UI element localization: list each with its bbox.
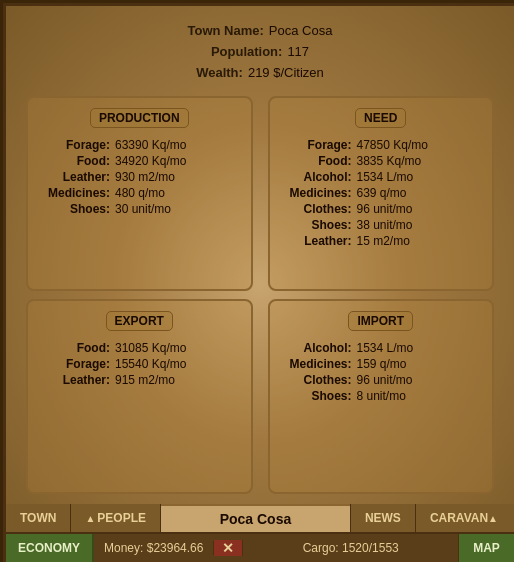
food-export-value: 31085 Kq/mo — [115, 341, 239, 355]
town-info: Town Name: Poca Cosa Population: 117 Wea… — [26, 21, 494, 83]
list-item: Clothes: 96 unit/mo — [282, 373, 481, 387]
nav-top-left: TOWN ▲ PEOPLE — [6, 504, 161, 532]
medicines-import-value: 159 q/mo — [357, 357, 481, 371]
shoes-import-label: Shoes: — [282, 389, 352, 403]
list-item: Forage: 63390 Kq/mo — [40, 138, 239, 152]
list-item: Food: 34920 Kq/mo — [40, 154, 239, 168]
list-item: Forage: 47850 Kq/mo — [282, 138, 481, 152]
forage-prod-value: 63390 Kq/mo — [115, 138, 239, 152]
export-panel: EXPORT Food: 31085 Kq/mo Forage: 15540 K… — [26, 299, 253, 494]
list-item: Forage: 15540 Kq/mo — [40, 357, 239, 371]
nav-bottom-row: ECONOMY Money: $23964.66 ✕ Cargo: 1520/1… — [6, 532, 514, 562]
close-button[interactable]: ✕ — [214, 540, 243, 556]
town-name-row: Town Name: Poca Cosa — [26, 21, 494, 42]
content-area: Town Name: Poca Cosa Population: 117 Wea… — [6, 6, 514, 504]
population-row: Population: 117 — [26, 42, 494, 63]
list-item: Leather: 930 m2/mo — [40, 170, 239, 184]
forage-export-label: Forage: — [40, 357, 110, 371]
forage-export-value: 15540 Kq/mo — [115, 357, 239, 371]
population-value: 117 — [287, 42, 309, 63]
cargo-value: Cargo: 1520/1553 — [303, 541, 399, 555]
people-arrow-icon: ▲ — [85, 513, 95, 524]
leather-prod-value: 930 m2/mo — [115, 170, 239, 184]
economy-button[interactable]: ECONOMY — [6, 534, 94, 562]
export-title: EXPORT — [106, 311, 173, 331]
export-items: Food: 31085 Kq/mo Forage: 15540 Kq/mo Le… — [40, 341, 239, 387]
need-items: Forage: 47850 Kq/mo Food: 3835 Kq/mo Alc… — [282, 138, 481, 248]
shoes-import-value: 8 unit/mo — [357, 389, 481, 403]
production-items: Forage: 63390 Kq/mo Food: 34920 Kq/mo Le… — [40, 138, 239, 216]
people-button[interactable]: ▲ PEOPLE — [71, 504, 161, 532]
list-item: Medicines: 159 q/mo — [282, 357, 481, 371]
leather-prod-label: Leather: — [40, 170, 110, 184]
caravan-button[interactable]: CARAVAN ▲ — [415, 504, 514, 532]
caravan-label: CARAVAN — [430, 511, 488, 525]
forage-need-label: Forage: — [282, 138, 352, 152]
app-container: Town Name: Poca Cosa Population: 117 Wea… — [3, 3, 514, 562]
town-button[interactable]: TOWN — [6, 504, 71, 532]
shoes-prod-label: Shoes: — [40, 202, 110, 216]
news-button[interactable]: NEWS — [350, 504, 415, 532]
list-item: Alcohol: 1534 L/mo — [282, 170, 481, 184]
bottom-panels-row: EXPORT Food: 31085 Kq/mo Forage: 15540 K… — [26, 299, 494, 494]
nav-center-title: Poca Cosa — [161, 504, 350, 532]
bottom-nav-bar: TOWN ▲ PEOPLE Poca Cosa NEWS CARAVAN ▲ — [6, 504, 514, 562]
forage-need-value: 47850 Kq/mo — [357, 138, 481, 152]
list-item: Shoes: 38 unit/mo — [282, 218, 481, 232]
medicines-need-label: Medicines: — [282, 186, 352, 200]
import-items: Alcohol: 1534 L/mo Medicines: 159 q/mo C… — [282, 341, 481, 403]
cargo-display: Cargo: 1520/1553 — [243, 534, 459, 562]
wealth-label: Wealth: — [196, 63, 243, 84]
list-item: Medicines: 480 q/mo — [40, 186, 239, 200]
money-value: Money: $23964.66 — [104, 541, 203, 555]
list-item: Shoes: 8 unit/mo — [282, 389, 481, 403]
map-button[interactable]: MAP — [459, 534, 514, 562]
food-need-label: Food: — [282, 154, 352, 168]
top-panels-row: PRODUCTION Forage: 63390 Kq/mo Food: 349… — [26, 96, 494, 291]
alcohol-need-value: 1534 L/mo — [357, 170, 481, 184]
alcohol-import-value: 1534 L/mo — [357, 341, 481, 355]
list-item: Food: 31085 Kq/mo — [40, 341, 239, 355]
list-item: Alcohol: 1534 L/mo — [282, 341, 481, 355]
clothes-need-label: Clothes: — [282, 202, 352, 216]
food-export-label: Food: — [40, 341, 110, 355]
medicines-prod-label: Medicines: — [40, 186, 110, 200]
town-name-value: Poca Cosa — [269, 21, 333, 42]
list-item: Leather: 915 m2/mo — [40, 373, 239, 387]
clothes-import-label: Clothes: — [282, 373, 352, 387]
food-prod-value: 34920 Kq/mo — [115, 154, 239, 168]
clothes-import-value: 96 unit/mo — [357, 373, 481, 387]
center-town-name: Poca Cosa — [220, 511, 292, 527]
shoes-need-value: 38 unit/mo — [357, 218, 481, 232]
medicines-import-label: Medicines: — [282, 357, 352, 371]
close-icon: ✕ — [222, 540, 234, 556]
need-panel: NEED Forage: 47850 Kq/mo Food: 3835 Kq/m… — [268, 96, 495, 291]
medicines-prod-value: 480 q/mo — [115, 186, 239, 200]
need-title: NEED — [355, 108, 406, 128]
medicines-need-value: 639 q/mo — [357, 186, 481, 200]
list-item: Shoes: 30 unit/mo — [40, 202, 239, 216]
import-title: IMPORT — [348, 311, 413, 331]
nav-bottom-left: ECONOMY Money: $23964.66 ✕ — [6, 534, 243, 562]
alcohol-need-label: Alcohol: — [282, 170, 352, 184]
wealth-row: Wealth: 219 $/Citizen — [26, 63, 494, 84]
leather-export-value: 915 m2/mo — [115, 373, 239, 387]
town-name-label: Town Name: — [188, 21, 264, 42]
production-panel: PRODUCTION Forage: 63390 Kq/mo Food: 349… — [26, 96, 253, 291]
wealth-value: 219 $/Citizen — [248, 63, 324, 84]
population-label: Population: — [211, 42, 283, 63]
people-label: PEOPLE — [97, 511, 146, 525]
food-need-value: 3835 Kq/mo — [357, 154, 481, 168]
leather-need-label: Leather: — [282, 234, 352, 248]
forage-prod-label: Forage: — [40, 138, 110, 152]
list-item: Leather: 15 m2/mo — [282, 234, 481, 248]
list-item: Clothes: 96 unit/mo — [282, 202, 481, 216]
caravan-arrow-icon: ▲ — [488, 513, 498, 524]
nav-top-right: NEWS CARAVAN ▲ — [350, 504, 514, 532]
leather-export-label: Leather: — [40, 373, 110, 387]
alcohol-import-label: Alcohol: — [282, 341, 352, 355]
main-window: Town Name: Poca Cosa Population: 117 Wea… — [0, 0, 514, 562]
production-title: PRODUCTION — [90, 108, 189, 128]
shoes-need-label: Shoes: — [282, 218, 352, 232]
money-display: Money: $23964.66 — [94, 541, 214, 555]
